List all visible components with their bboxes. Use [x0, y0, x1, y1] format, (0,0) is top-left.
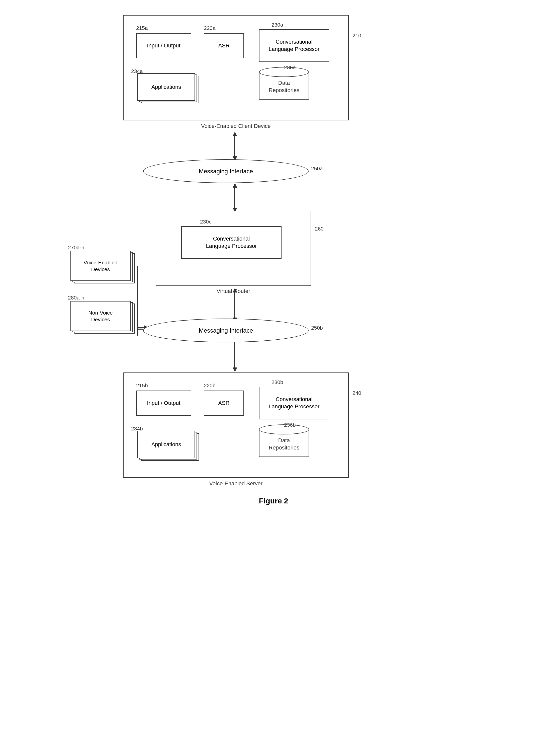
ref-270: 270a-n [68, 245, 84, 251]
ref-210: 210 [352, 33, 361, 39]
diagram-container: Input / Output 215a ASR 220a Conversatio… [73, 0, 474, 15]
ref-240: 240 [352, 390, 361, 396]
line-devices-vertical [137, 266, 138, 336]
ref-230a: 230a [272, 22, 283, 28]
device-210-box: Input / Output 215a ASR 220a Conversatio… [123, 15, 349, 120]
device-210-label: Voice-Enabled Client Device [123, 123, 349, 129]
ref-250b: 250b [311, 325, 323, 331]
input-output-215a: Input / Output [136, 33, 191, 58]
server-240-label: Voice-Enabled Server [123, 480, 349, 487]
ref-280: 280a-n [68, 295, 84, 301]
input-output-215b: Input / Output [136, 391, 191, 416]
ref-234b: 234b [131, 426, 143, 432]
messaging-interface-250a: Messaging Interface [143, 159, 308, 183]
clp-230a: Conversational Language Processor [259, 29, 329, 62]
ref-234a: 234a [131, 68, 143, 74]
line-280-to-250b-h [137, 329, 143, 330]
ref-215b: 215b [136, 383, 148, 389]
ref-236a: 236a [284, 64, 296, 70]
figure-caption: Figure 2 [73, 497, 474, 505]
ref-260: 260 [315, 226, 324, 232]
clp-230c: Conversational Language Processor [181, 226, 281, 259]
ref-220a: 220a [204, 25, 216, 31]
messaging-interface-250b: Messaging Interface [143, 319, 308, 342]
clp-230b: Conversational Language Processor [259, 387, 329, 419]
ref-230c: 230c [200, 219, 212, 225]
virtual-router-260-box: Conversational Language Processor 230c [156, 211, 311, 286]
ref-250a: 250a [311, 166, 323, 172]
asr-220b: ASR [204, 391, 244, 416]
server-240-box: Input / Output 215b ASR 220b Conversatio… [123, 372, 349, 478]
asr-220a: ASR [204, 33, 244, 58]
ref-236b: 236b [284, 422, 296, 428]
ref-215a: 215a [136, 25, 148, 31]
ref-220b: 220b [204, 383, 216, 389]
ref-230b: 230b [272, 379, 283, 385]
